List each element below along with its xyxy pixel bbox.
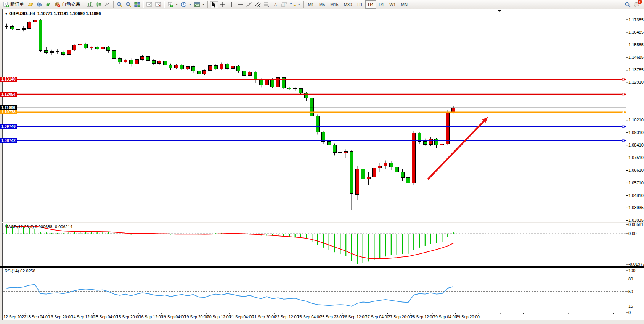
chart-frame-arrow-icon: [146, 2, 153, 8]
timeframe-button-m5[interactable]: M5: [316, 0, 328, 9]
new-chart-button[interactable]: ▼: [166, 1, 179, 8]
price-level-badge: 1.08742: [0, 138, 17, 143]
channel-tool-button[interactable]: E: [254, 1, 262, 8]
zoom-in-button[interactable]: [116, 1, 124, 8]
timeframe-button-h4[interactable]: H4: [365, 0, 376, 9]
toolbar-separator: [113, 1, 114, 8]
rsi-tick-label: 15: [628, 304, 633, 308]
hline-1.10778[interactable]: [3, 111, 626, 113]
rsi-line: [6, 284, 453, 306]
time-axis-label: 16 Sep 12:00: [139, 314, 163, 319]
bar-chart-button[interactable]: [86, 1, 94, 8]
search-icon: [625, 2, 631, 8]
time-axis-label: 29 Sep 04:00: [433, 314, 457, 319]
equidistant-channel-icon: E: [255, 2, 261, 8]
text-tool-button[interactable]: A: [271, 1, 279, 8]
arrows-tool-button[interactable]: ▼: [289, 1, 302, 8]
auto-trading-label: 自动交易: [62, 1, 80, 8]
timeframe-button-m30[interactable]: M30: [341, 0, 355, 9]
time-axis-label: 26 Sep 12:00: [343, 314, 366, 319]
horizontal-line-tool-button[interactable]: [236, 1, 244, 8]
symbol-period-label: GBPUSD-,H4: [9, 11, 35, 16]
rsi-tick-label: 0: [628, 310, 631, 315]
time-axis-label: 13 Sep 20:00: [49, 314, 72, 319]
vertical-line-tool-button[interactable]: [227, 1, 236, 8]
search-button[interactable]: [623, 1, 632, 8]
candlestick-chart-button[interactable]: [95, 1, 103, 8]
current-price-badge: 1.11096: [0, 105, 17, 110]
ohlc-values: 1.10771 1.11191 1.10690 1.11096: [37, 11, 101, 16]
fibonacci-tool-button[interactable]: F: [262, 1, 271, 8]
price-tick-label: 1.17385: [628, 18, 644, 22]
new-order-label: 新订单: [10, 1, 24, 8]
arrow-objects-icon: [290, 2, 296, 8]
indicator-window-button[interactable]: [145, 1, 154, 8]
tile-windows-button[interactable]: [133, 1, 141, 8]
market-cloud-icon: [36, 2, 42, 8]
toolbar-separator: [207, 1, 208, 8]
timeframe-button-m1[interactable]: M1: [305, 0, 316, 9]
chart-frame-arrow-alt-icon: [155, 2, 161, 8]
auto-trading-button[interactable]: 自动交易: [53, 1, 82, 8]
svg-text:T: T: [283, 2, 286, 7]
price-tick-label: 1.05710: [628, 181, 644, 185]
price-tick-label: 1.06610: [628, 168, 644, 172]
svg-text:E: E: [259, 5, 260, 8]
signals-button[interactable]: [44, 1, 52, 8]
zoom-out-button[interactable]: [124, 1, 133, 8]
chart-shift-marker-icon[interactable]: [497, 10, 502, 12]
quotes-button[interactable]: [26, 1, 35, 8]
bar-chart-icon: [87, 2, 93, 8]
price-tag-icon: [27, 2, 34, 8]
timeframe-button-h1[interactable]: H1: [355, 0, 365, 9]
time-axis-label: 14 Sep 12:00: [71, 314, 95, 319]
hline-1.09746[interactable]: [3, 126, 626, 127]
timeframe-button-mn[interactable]: MN: [398, 0, 410, 9]
time-axis-label: 29 Sep 20:00: [456, 314, 479, 319]
collapse-triangle-icon[interactable]: ▼: [5, 12, 8, 16]
templates-button[interactable]: ▼: [193, 1, 206, 8]
rsi-label: RSI(14) 62.0258: [5, 269, 35, 273]
zoom-in-icon: [117, 2, 123, 8]
timeframe-button-d1[interactable]: D1: [376, 0, 387, 9]
trendline-tool-button[interactable]: [245, 1, 253, 8]
candlestick-chart-icon: [96, 2, 102, 8]
market-button[interactable]: [35, 1, 43, 8]
price-tick-label: 1.15585: [628, 42, 644, 47]
hline-1.12054[interactable]: [3, 93, 626, 95]
chart-title: ▼ GBPUSD-,H4 1.10771 1.11191 1.10690 1.1…: [5, 11, 101, 16]
hline-1.13140[interactable]: [3, 78, 626, 80]
time-axis-label: 22 Sep 12:00: [275, 314, 299, 319]
clock-icon: [181, 2, 187, 8]
zoom-out-icon: [125, 2, 132, 8]
text-label-tool-button[interactable]: T: [280, 1, 288, 8]
line-chart-button[interactable]: [103, 1, 112, 8]
new-order-button[interactable]: 新订单: [1, 1, 26, 8]
time-axis-label: 27 Sep 04:00: [365, 314, 389, 319]
indicator-window-alt-button[interactable]: [154, 1, 162, 8]
time-axis-label: 12 Sep 2022: [3, 314, 26, 319]
timeframe-button-w1[interactable]: W1: [387, 0, 398, 9]
timeframe-button-m15[interactable]: M15: [328, 0, 341, 9]
time-axis-label: 19 Sep 04:00: [162, 314, 185, 319]
time-axis-label: 20 Sep 12:00: [207, 314, 231, 319]
time-axis-label: 15 Sep 04:00: [94, 314, 117, 319]
price-tick-label: 1.07510: [628, 155, 644, 160]
rsi-tick-label: 80: [628, 277, 633, 281]
periods-button[interactable]: ▼: [180, 1, 193, 8]
notifications-button[interactable]: 1: [632, 1, 641, 8]
svg-text:F: F: [268, 5, 269, 8]
price-level-badge: 1.10778: [0, 110, 17, 114]
price-tick-label: 1.14685: [628, 55, 644, 60]
fibonacci-icon: F: [263, 2, 270, 8]
rsi-tick-label: 100: [628, 268, 635, 273]
cursor-tool-button[interactable]: [210, 1, 218, 8]
dropdown-arrow-icon: ▼: [298, 3, 300, 6]
time-axis-label: 21 Sep 20:00: [252, 314, 276, 319]
price-tick-label: 1.16485: [628, 30, 644, 34]
crosshair-tool-button[interactable]: [218, 1, 227, 8]
hline-1.08742[interactable]: [3, 140, 626, 142]
price-tick-label: 1.10210: [628, 118, 644, 122]
price-tick-label: 1.09310: [628, 130, 644, 135]
price-level-badge: 1.12054: [0, 92, 17, 97]
